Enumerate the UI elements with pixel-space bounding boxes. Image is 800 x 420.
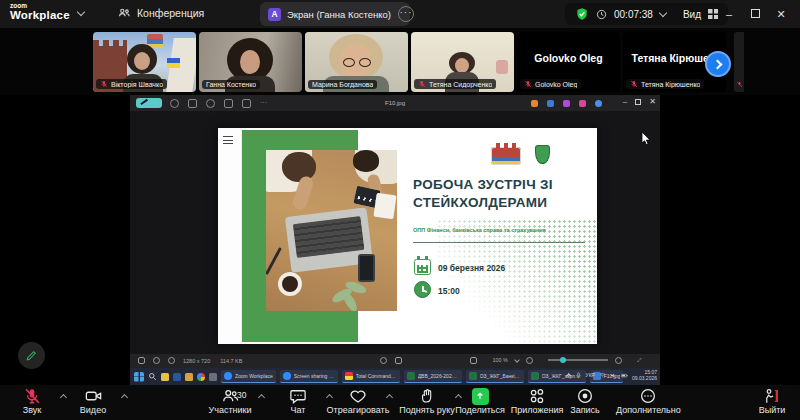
video-tile-tetiana-s[interactable]: Тетяна Сидорченко — [411, 32, 514, 92]
avatar: A — [268, 8, 281, 21]
zoom-out-icon[interactable] — [526, 357, 533, 364]
logo-workplace-text: Workplace — [10, 10, 70, 22]
fit-to-window-icon[interactable] — [470, 357, 477, 364]
battery-icon[interactable] — [621, 372, 628, 379]
participant-name: Ганна Костенко — [206, 81, 256, 88]
tray-expand-icon[interactable] — [566, 373, 571, 378]
more-ellipsis-icon — [639, 387, 657, 405]
viewer-minimize-button[interactable]: – — [623, 97, 627, 106]
tray-language[interactable]: УКР — [586, 372, 595, 378]
share-screen-button[interactable]: Поделиться — [448, 387, 512, 415]
video-tile-ganna[interactable]: Ганна Костенко — [199, 32, 302, 92]
folder-icon[interactable] — [185, 373, 193, 381]
taskbar-window-doc-2[interactable]: ОЗ_ЖКГ_Банківська_20... — [466, 370, 524, 383]
screen-tab-label: Экран (Ганна Костенко) — [287, 9, 391, 20]
wifi-icon[interactable] — [599, 372, 606, 379]
muted-mic-icon — [23, 387, 41, 405]
chevron-down-icon[interactable] — [514, 357, 520, 363]
viewer-status-left: 1280 x 720 114.7 KB — [138, 357, 242, 364]
record-icon — [576, 387, 594, 405]
app-icon-purple[interactable] — [563, 100, 570, 107]
compare-icon[interactable] — [395, 357, 402, 364]
windows-taskbar: Zoom Workplace Screen sharing meetin... … — [130, 368, 660, 385]
tray-date: 09.03.2026 — [632, 375, 657, 381]
person-silhouette — [455, 58, 469, 73]
person-silhouette — [240, 50, 260, 74]
view-button-label[interactable]: Вид — [683, 9, 701, 20]
close-button[interactable]: ✕ — [768, 8, 794, 21]
participants-button[interactable]: 30 Участники — [198, 387, 262, 415]
fullscreen-icon[interactable]: ⤢ — [637, 357, 644, 364]
glasses-shape — [343, 58, 355, 67]
tray-clock[interactable]: 15:07 09.03.2026 — [632, 369, 657, 382]
audio-label: Звук — [0, 405, 64, 415]
audio-button[interactable]: Звук — [0, 387, 64, 415]
viewer-close-button[interactable]: ✕ — [649, 97, 656, 106]
meeting-status-pill[interactable]: 00:07:38 Вид — [565, 3, 728, 25]
leave-button[interactable]: Выйти — [740, 387, 800, 415]
muted-mic-icon — [736, 81, 743, 88]
conference-tab-label: Конференция — [137, 7, 204, 19]
participant-name: Тетяна Сидорченко — [429, 81, 492, 88]
viewer-window-controls: – ✕ — [623, 97, 656, 106]
taskbar-window-screenshare[interactable]: Screen sharing meetin... — [280, 370, 338, 383]
app-icon-orange[interactable] — [531, 100, 538, 107]
minimize-button[interactable]: – — [716, 8, 742, 20]
info-icon[interactable] — [168, 357, 175, 364]
volume-icon[interactable] — [610, 372, 617, 379]
tab-screen-share[interactable]: A Экран (Ганна Костенко) — [260, 2, 410, 26]
slide-title: РОБОЧА ЗУСТРІЧ ЗІ СТЕЙКХОЛДЕРАМИ — [413, 176, 595, 212]
zoom-app-icon — [283, 372, 291, 380]
more-button[interactable]: Дополнительно — [616, 387, 680, 415]
taskbar-window-total-commander[interactable]: Total Commander (x64) — [342, 370, 400, 383]
video-tile-viktoria[interactable]: Вікторія Швачко — [93, 32, 196, 92]
name-label: Тетяна Кірюшенко — [626, 79, 704, 89]
maximize-button[interactable] — [742, 8, 768, 20]
video-tile-golovko-oleg[interactable]: Golovko Oleg Golovko Oleg — [517, 32, 620, 92]
name-label: Вікторія Швачко — [96, 79, 167, 89]
hamburger-icon — [223, 136, 233, 144]
cloud-icon[interactable] — [595, 100, 602, 107]
calendar-icon — [414, 259, 431, 275]
tab-conference[interactable]: Конференция — [118, 6, 204, 19]
filmstrip-icon[interactable] — [138, 357, 145, 364]
app-icon-magenta[interactable] — [579, 100, 586, 107]
favorite-heart-icon[interactable] — [153, 357, 160, 364]
excel-icon — [407, 372, 415, 380]
search-icon[interactable] — [148, 372, 157, 381]
viewer-maximize-button[interactable] — [635, 99, 641, 105]
app-icon-blue[interactable] — [547, 100, 554, 107]
next-participants-page-button[interactable] — [705, 51, 731, 77]
taskbar-window-label: Screen sharing meetin... — [294, 373, 335, 379]
record-button[interactable]: Запись — [553, 387, 617, 415]
react-button[interactable]: Отреагировать — [326, 387, 390, 415]
record-label: Запись — [553, 405, 617, 415]
annotate-button[interactable] — [18, 342, 45, 369]
chrome-icon[interactable] — [197, 373, 205, 381]
file-explorer-icon[interactable] — [161, 373, 169, 381]
chevron-down-icon[interactable] — [77, 8, 85, 16]
photo-coffee-cup-shape — [278, 272, 302, 296]
video-button[interactable]: Видео — [61, 387, 125, 415]
chevron-right-icon — [712, 59, 722, 69]
participant-name: Вікторія Швачко — [111, 81, 163, 88]
zoom-in-icon[interactable] — [615, 357, 622, 364]
windows-start-button[interactable] — [134, 372, 144, 382]
participants-strip: Вікторія Швачко Ганна Костенко Марина Бо… — [0, 28, 800, 95]
taskbar-window-zoom[interactable]: Zoom Workplace — [221, 370, 276, 383]
tray-mic-icon[interactable] — [575, 372, 582, 379]
video-tile-maryna-active-speaker[interactable]: Марина Богданова — [305, 32, 408, 92]
taskbar-window-doc-1[interactable]: ДВВ_2026-2027 нр_нак... — [404, 370, 462, 383]
chevron-down-icon[interactable] — [659, 8, 667, 16]
apps-icon — [528, 387, 546, 405]
person-silhouette — [134, 52, 150, 70]
more-tabs-button[interactable] — [398, 6, 414, 22]
word-icon[interactable] — [173, 373, 181, 381]
leave-label: Выйти — [740, 405, 800, 415]
zoom-slider[interactable] — [548, 359, 608, 361]
presentation-slide-image: РОБОЧА ЗУСТРІЧ ЗІ СТЕЙКХОЛДЕРАМИ ОПП Фін… — [218, 128, 597, 344]
pinned-app-icon[interactable] — [209, 373, 217, 381]
zoom-level[interactable]: 100 % — [492, 357, 508, 363]
slideshow-icon[interactable] — [380, 357, 387, 364]
chat-button[interactable]: Чат — [266, 387, 330, 415]
